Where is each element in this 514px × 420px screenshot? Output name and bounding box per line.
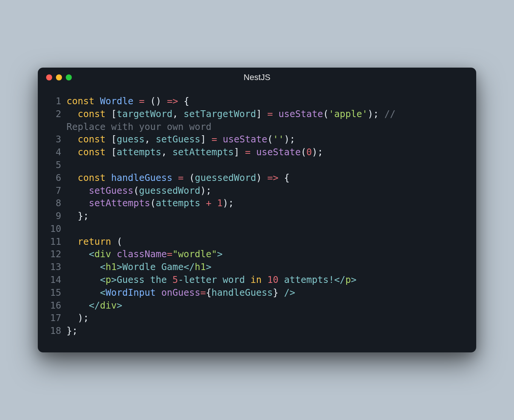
window-title: NestJS: [38, 73, 476, 82]
line-number: 10: [48, 222, 67, 235]
line-number: 13: [48, 261, 67, 273]
line-number: 15: [48, 286, 67, 299]
line-number: 1: [48, 95, 67, 108]
code-line: 14 <p>Guess the 5-letter word in 10 atte…: [48, 273, 466, 286]
titlebar: NestJS: [38, 68, 476, 86]
code-line: 17 );: [48, 312, 466, 324]
line-number: 9: [48, 210, 67, 222]
code-line: 15 <WordInput onGuess={handleGuess} />: [48, 286, 466, 299]
code-line: 13 <h1>Wordle Game</h1>: [48, 261, 466, 273]
line-number: 12: [48, 248, 67, 261]
code-editor[interactable]: 1 const Wordle = () => { 2 const [target…: [38, 86, 476, 352]
code-line: 10: [48, 222, 466, 235]
code-line: 2 const [targetWord, setTargetWord] = us…: [48, 108, 466, 120]
window-controls: [46, 74, 72, 80]
code-line: 5: [48, 159, 466, 171]
code-line: 11 return (: [48, 235, 466, 248]
code-line: 18 };: [48, 324, 466, 337]
editor-window: NestJS 1 const Wordle = () => { 2 const …: [38, 68, 476, 352]
code-line: 7 setGuess(guessedWord);: [48, 184, 466, 197]
code-line: 12 <div className="wordle">: [48, 248, 466, 261]
line-number: 4: [48, 146, 67, 159]
zoom-icon[interactable]: [66, 74, 72, 80]
line-number: 8: [48, 197, 67, 210]
line-number: 11: [48, 235, 67, 248]
line-number: 6: [48, 171, 67, 184]
minimize-icon[interactable]: [56, 74, 62, 80]
code-line: 3 const [guess, setGuess] = useState('')…: [48, 133, 466, 146]
close-icon[interactable]: [46, 74, 52, 80]
code-line-wrap: Replace with your own word: [48, 120, 466, 133]
line-number: 3: [48, 133, 67, 146]
line-number: 17: [48, 312, 67, 324]
line-number: 14: [48, 273, 67, 286]
line-number: 5: [48, 159, 67, 171]
line-number: 16: [48, 299, 67, 312]
line-number: 2: [48, 108, 67, 120]
line-number: 7: [48, 184, 67, 197]
code-line: 1 const Wordle = () => {: [48, 95, 466, 108]
code-line: 16 </div>: [48, 299, 466, 312]
code-line: 6 const handleGuess = (guessedWord) => {: [48, 171, 466, 184]
code-line: 9 };: [48, 210, 466, 222]
line-number: 18: [48, 324, 67, 337]
code-line: 8 setAttempts(attempts + 1);: [48, 197, 466, 210]
code-line: 4 const [attempts, setAttempts] = useSta…: [48, 146, 466, 159]
